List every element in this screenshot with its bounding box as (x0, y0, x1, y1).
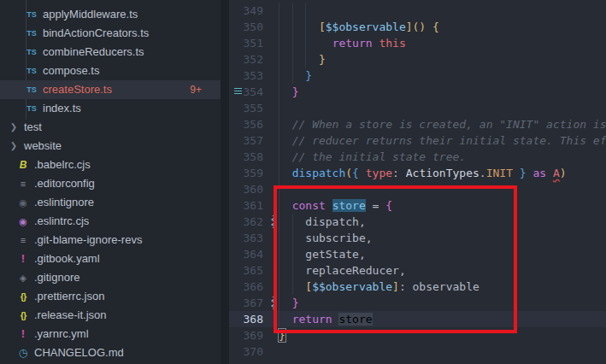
file-item[interactable]: !.yarnrc.yml (0, 325, 221, 343)
line-number[interactable]: 371 (229, 360, 263, 364)
code-line[interactable]: 354 } (229, 84, 606, 100)
line-number[interactable]: 356 (229, 116, 263, 132)
file-label: .gitbook.yaml (34, 250, 100, 268)
line-number[interactable]: 368 (229, 311, 263, 327)
code-token: A (553, 167, 560, 179)
file-item[interactable]: ◉.eslintignore (0, 193, 221, 212)
file-item[interactable]: TSapplyMiddleware.ts (0, 5, 221, 24)
code-token: [ (305, 280, 312, 293)
vscode-window: TSapplyMiddleware.tsTSbindActionCreators… (0, 0, 606, 364)
file-label: .eslintrc.cjs (34, 212, 89, 231)
code-text: // the initial state tree. (279, 149, 466, 165)
code-token (279, 313, 292, 326)
file-item[interactable]: TSindex.ts (0, 99, 221, 118)
code-token (279, 134, 292, 147)
line-number[interactable]: 365 (229, 262, 263, 279)
code-text: dispatch({ type: ActionTypes.INIT } as A… (279, 165, 567, 181)
line-number[interactable]: 362 (229, 214, 263, 230)
line-number[interactable]: 357 (229, 132, 263, 149)
code-token: $$observable (326, 21, 406, 33)
code-line[interactable]: 363 subscribe, (229, 230, 606, 246)
line-number[interactable]: 363 (229, 230, 263, 246)
code-line[interactable]: 357 // reducer returns their initial sta… (229, 132, 606, 149)
file-item[interactable]: ◷CHANGELOG.md (0, 343, 221, 362)
file-label: applyMiddleware.ts (43, 5, 138, 24)
file-item[interactable]: !.gitbook.yaml (0, 250, 221, 268)
code-token: { (385, 199, 392, 212)
file-item[interactable]: ◈.gitignore (0, 268, 221, 287)
lines-icon: ≡ (16, 174, 30, 193)
code-line[interactable]: 351 return this (229, 35, 606, 51)
file-item[interactable]: {}.release-it.json (0, 306, 221, 325)
code-line[interactable]: 349 (229, 3, 606, 19)
line-number[interactable]: 367 (229, 295, 263, 311)
code-token: getState, (305, 248, 365, 261)
code-line[interactable]: 359 dispatch({ type: ActionTypes.INIT } … (229, 165, 606, 181)
file-item[interactable]: TSbindActionCreators.ts (0, 24, 221, 43)
code-token (279, 37, 332, 50)
code-text: [$$observable]: observable (279, 279, 480, 295)
code-token (279, 296, 292, 309)
line-number[interactable]: 364 (229, 246, 263, 262)
code-line[interactable]: 364 getState, (229, 246, 606, 262)
code-text: } (279, 68, 312, 84)
code-line[interactable]: 366 [$$observable]: observable (229, 279, 606, 295)
code-line[interactable]: 367 } (229, 295, 606, 311)
code-token (279, 21, 319, 33)
code-token (279, 248, 305, 261)
file-item[interactable]: ≡.editorconfig (0, 174, 221, 193)
line-number[interactable]: 359 (229, 165, 263, 181)
code-token: dispatch, (305, 215, 365, 228)
file-item[interactable]: {}.prettierrc.json (0, 287, 221, 306)
code-token: : (392, 167, 406, 179)
code-line[interactable]: 365 replaceReducer, (229, 262, 606, 279)
ts-icon: TS (25, 5, 38, 24)
file-item[interactable]: ≡.git-blame-ignore-revs (0, 231, 221, 250)
line-number[interactable]: 366 (229, 279, 263, 295)
sidebar-editor-divider[interactable] (221, 0, 229, 364)
code-token (279, 85, 292, 98)
file-item[interactable]: TScreateStore.ts9+ (0, 80, 221, 99)
line-number[interactable]: 355 (229, 100, 263, 116)
code-token: ActionTypes (406, 167, 480, 179)
code-token: as (532, 167, 546, 179)
folder-item[interactable]: ❯website (0, 137, 221, 156)
code-token: const (292, 199, 326, 212)
code-line[interactable]: 350 [$$observable]() { (229, 19, 606, 35)
code-line[interactable]: 368 return store (229, 311, 606, 327)
code-token (279, 215, 305, 228)
code-line[interactable]: 358 // the initial state tree. (229, 149, 606, 165)
file-item[interactable]: B.babelrc.cjs (0, 156, 221, 174)
code-line[interactable]: 355 (229, 100, 606, 116)
line-number[interactable]: 350 (229, 19, 263, 35)
code-line[interactable]: 369} (229, 327, 606, 343)
code-line[interactable]: 371/** (229, 360, 606, 364)
line-number[interactable]: 351 (229, 35, 263, 51)
code-line[interactable]: 361 const store = { (229, 197, 606, 214)
line-number[interactable]: 353 (229, 68, 263, 84)
line-number[interactable]: 361 (229, 197, 263, 214)
line-number[interactable]: 349 (229, 3, 263, 19)
code-line[interactable]: 360 (229, 181, 606, 197)
ts-icon: TS (25, 43, 38, 62)
code-token: $$observable (312, 280, 392, 293)
line-number[interactable]: 369 (229, 327, 263, 343)
code-line[interactable]: 352 } (229, 51, 606, 68)
line-number[interactable]: 352 (229, 51, 263, 68)
code-token: [ (319, 21, 326, 33)
code-line[interactable]: 356 // When a store is created, an "INIT… (229, 116, 606, 132)
file-item[interactable]: TScompose.ts (0, 62, 221, 80)
folder-item[interactable]: ❯test (0, 118, 221, 137)
file-label: .git-blame-ignore-revs (34, 231, 142, 250)
code-line[interactable]: 353 } (229, 68, 606, 84)
line-number[interactable]: 370 (229, 343, 263, 360)
code-editor[interactable]: 349350 [$$observable]() {351 return this… (229, 0, 606, 364)
file-item[interactable]: ◉.eslintrc.cjs (0, 212, 221, 231)
code-line[interactable]: 362 dispatch, (229, 214, 606, 230)
code-line[interactable]: 370 (229, 343, 606, 360)
diamond-icon: ◈ (16, 268, 30, 287)
file-item[interactable]: TScombineReducers.ts (0, 43, 221, 62)
code-token (279, 53, 319, 66)
line-number[interactable]: 358 (229, 149, 263, 165)
line-number[interactable]: 360 (229, 181, 263, 197)
